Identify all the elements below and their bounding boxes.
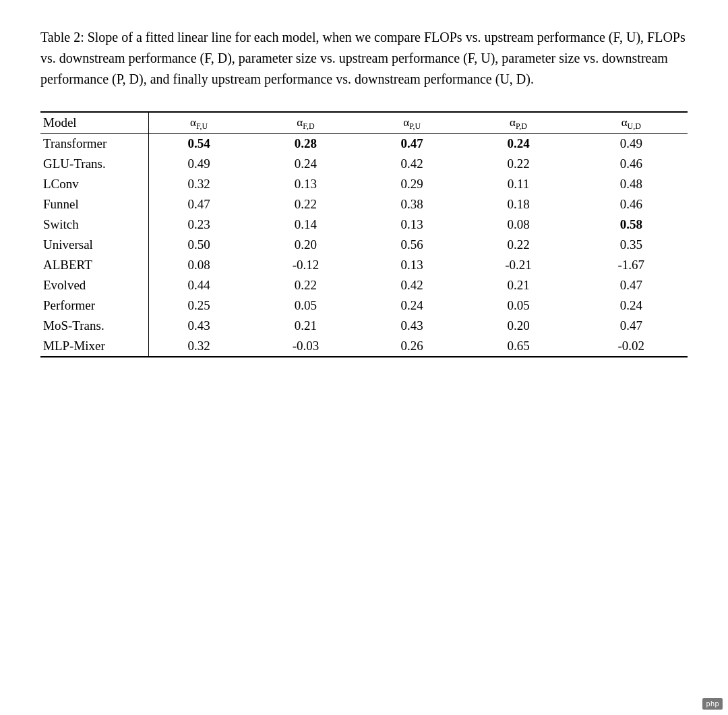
- cell-r1-c1: 0.24: [249, 154, 362, 174]
- cell-r1-c2: 0.42: [362, 154, 462, 174]
- cell-r5-c3: 0.22: [462, 235, 574, 255]
- cell-r6-c3: -0.21: [462, 255, 574, 275]
- cell-r7-c4: 0.47: [575, 275, 688, 295]
- cell-r2-c0: 0.32: [148, 174, 249, 194]
- model-cell: Evolved: [40, 275, 148, 295]
- cell-r9-c4: 0.47: [575, 316, 688, 336]
- model-cell: Transformer: [40, 134, 148, 154]
- cell-r8-c0: 0.25: [148, 295, 249, 316]
- model-cell: GLU-Trans.: [40, 154, 148, 174]
- php-badge: php: [702, 698, 723, 710]
- cell-r2-c2: 0.29: [362, 174, 462, 194]
- model-cell: LConv: [40, 174, 148, 194]
- table-row: LConv0.320.130.290.110.48: [40, 174, 688, 194]
- cell-r4-c2: 0.13: [362, 214, 462, 235]
- cell-r10-c0: 0.32: [148, 336, 249, 357]
- table-row: Evolved0.440.220.420.210.47: [40, 275, 688, 295]
- col2-header: αF,D: [249, 112, 362, 134]
- cell-r4-c3: 0.08: [462, 214, 574, 235]
- cell-r8-c1: 0.05: [249, 295, 362, 316]
- cell-r10-c3: 0.65: [462, 336, 574, 357]
- cell-r2-c3: 0.11: [462, 174, 574, 194]
- cell-r0-c0: 0.54: [148, 134, 249, 154]
- cell-r6-c4: -1.67: [575, 255, 688, 275]
- col4-header: αP,D: [462, 112, 574, 134]
- cell-r0-c3: 0.24: [462, 134, 574, 154]
- model-cell: MLP-Mixer: [40, 336, 148, 357]
- cell-r5-c4: 0.35: [575, 235, 688, 255]
- cell-r6-c2: 0.13: [362, 255, 462, 275]
- cell-r8-c4: 0.24: [575, 295, 688, 316]
- table-row: MLP-Mixer0.32-0.030.260.65-0.02: [40, 336, 688, 357]
- cell-r9-c1: 0.21: [249, 316, 362, 336]
- cell-r0-c1: 0.28: [249, 134, 362, 154]
- cell-r6-c1: -0.12: [249, 255, 362, 275]
- cell-r0-c2: 0.47: [362, 134, 462, 154]
- table-row: ALBERT0.08-0.120.13-0.21-1.67: [40, 255, 688, 275]
- cell-r5-c0: 0.50: [148, 235, 249, 255]
- table-row: Switch0.230.140.130.080.58: [40, 214, 688, 235]
- cell-r2-c1: 0.13: [249, 174, 362, 194]
- cell-r10-c4: -0.02: [575, 336, 688, 357]
- cell-r3-c4: 0.46: [575, 194, 688, 214]
- model-cell: Switch: [40, 214, 148, 235]
- table-row: Universal0.500.200.560.220.35: [40, 235, 688, 255]
- table-row: Funnel0.470.220.380.180.46: [40, 194, 688, 214]
- cell-r10-c2: 0.26: [362, 336, 462, 357]
- cell-r7-c1: 0.22: [249, 275, 362, 295]
- cell-r2-c4: 0.48: [575, 174, 688, 194]
- cell-r6-c0: 0.08: [148, 255, 249, 275]
- table-row: Performer0.250.050.240.050.24: [40, 295, 688, 316]
- cell-r5-c1: 0.20: [249, 235, 362, 255]
- cell-r8-c2: 0.24: [362, 295, 462, 316]
- cell-r5-c2: 0.56: [362, 235, 462, 255]
- data-table: Model αF,U αF,D αP,U αP,D αU,D Transform…: [40, 111, 688, 358]
- cell-r9-c3: 0.20: [462, 316, 574, 336]
- cell-r8-c3: 0.05: [462, 295, 574, 316]
- col3-header: αP,U: [362, 112, 462, 134]
- cell-r0-c4: 0.49: [575, 134, 688, 154]
- cell-r4-c0: 0.23: [148, 214, 249, 235]
- table-header-row: Model αF,U αF,D αP,U αP,D αU,D: [40, 112, 688, 134]
- cell-r4-c1: 0.14: [249, 214, 362, 235]
- cell-r1-c4: 0.46: [575, 154, 688, 174]
- col1-header: αF,U: [148, 112, 249, 134]
- cell-r7-c0: 0.44: [148, 275, 249, 295]
- cell-r3-c2: 0.38: [362, 194, 462, 214]
- cell-r3-c0: 0.47: [148, 194, 249, 214]
- cell-r7-c2: 0.42: [362, 275, 462, 295]
- model-cell: Performer: [40, 295, 148, 316]
- cell-r3-c3: 0.18: [462, 194, 574, 214]
- caption-text: Table 2: Slope of a fitted linear line f…: [40, 30, 686, 86]
- model-cell: Funnel: [40, 194, 148, 214]
- table-row: MoS-Trans.0.430.210.430.200.47: [40, 316, 688, 336]
- cell-r3-c1: 0.22: [249, 194, 362, 214]
- cell-r4-c4: 0.58: [575, 214, 688, 235]
- model-cell: ALBERT: [40, 255, 148, 275]
- cell-r7-c3: 0.21: [462, 275, 574, 295]
- cell-r1-c3: 0.22: [462, 154, 574, 174]
- cell-r10-c1: -0.03: [249, 336, 362, 357]
- table-row: GLU-Trans.0.490.240.420.220.46: [40, 154, 688, 174]
- model-cell: MoS-Trans.: [40, 316, 148, 336]
- model-cell: Universal: [40, 235, 148, 255]
- model-column-header: Model: [40, 112, 148, 134]
- caption: Table 2: Slope of a fitted linear line f…: [40, 27, 688, 90]
- cell-r9-c0: 0.43: [148, 316, 249, 336]
- col5-header: αU,D: [575, 112, 688, 134]
- cell-r1-c0: 0.49: [148, 154, 249, 174]
- cell-r9-c2: 0.43: [362, 316, 462, 336]
- table-row: Transformer0.540.280.470.240.49: [40, 134, 688, 154]
